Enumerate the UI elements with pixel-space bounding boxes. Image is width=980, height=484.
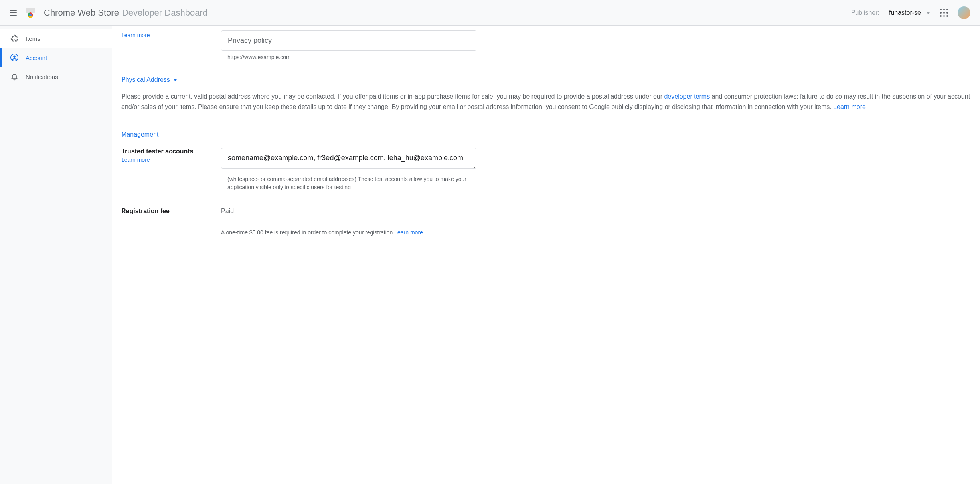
physical-address-description: Please provide a current, valid postal a… xyxy=(121,91,970,112)
google-apps-button[interactable] xyxy=(940,9,948,17)
header-title-main: Chrome Web Store xyxy=(44,8,119,18)
sidebar-item-items[interactable]: Items xyxy=(0,29,112,48)
sidebar-item-label: Notifications xyxy=(26,73,58,80)
menu-button[interactable] xyxy=(10,10,17,16)
physical-address-learn-more-link[interactable]: Learn more xyxy=(833,103,866,110)
sidebar-item-label: Items xyxy=(26,35,40,42)
registration-fee-value: Paid xyxy=(221,208,476,215)
hamburger-icon xyxy=(10,10,17,16)
main-content: Learn more https://www.example.com Physi… xyxy=(112,26,980,484)
publisher-value: funastor-se xyxy=(889,9,921,16)
trusted-testers-learn-more-link[interactable]: Learn more xyxy=(121,157,221,163)
registration-fee-helper: A one-time $5.00 fee is required in orde… xyxy=(221,229,476,236)
account-icon xyxy=(10,53,19,62)
extension-icon xyxy=(10,34,19,43)
management-section-title: Management xyxy=(121,131,970,138)
physical-address-title: Physical Address xyxy=(121,76,170,83)
developer-terms-link[interactable]: developer terms xyxy=(664,93,710,100)
header: Chrome Web Store Developer Dashboard Pub… xyxy=(0,0,980,26)
registration-fee-learn-more-link[interactable]: Learn more xyxy=(394,229,423,236)
sidebar: Items Account Notifications xyxy=(0,26,112,484)
trusted-testers-helper: (whitespace- or comma-separated email ad… xyxy=(221,175,476,192)
header-title-sub: Developer Dashboard xyxy=(122,8,207,18)
sidebar-item-account[interactable]: Account xyxy=(0,48,112,67)
chrome-web-store-logo xyxy=(25,7,36,18)
privacy-learn-more-link[interactable]: Learn more xyxy=(121,32,221,38)
svg-point-2 xyxy=(29,14,32,16)
chevron-down-icon xyxy=(926,12,931,14)
registration-fee-label: Registration fee xyxy=(121,208,221,215)
privacy-policy-input[interactable] xyxy=(221,30,476,51)
publisher-dropdown[interactable]: funastor-se xyxy=(889,9,931,16)
svg-rect-0 xyxy=(26,8,35,13)
bell-icon xyxy=(10,72,19,81)
svg-point-4 xyxy=(13,56,16,58)
physical-address-section-toggle[interactable]: Physical Address xyxy=(121,76,970,83)
sidebar-item-notifications[interactable]: Notifications xyxy=(0,67,112,86)
publisher-label: Publisher: xyxy=(851,9,879,16)
trusted-testers-textarea[interactable] xyxy=(221,148,476,169)
chevron-down-icon xyxy=(173,79,177,81)
sidebar-item-label: Account xyxy=(26,54,47,61)
privacy-helper-text: https://www.example.com xyxy=(221,54,476,60)
trusted-testers-label: Trusted tester accounts xyxy=(121,148,221,155)
user-avatar[interactable] xyxy=(958,6,970,19)
